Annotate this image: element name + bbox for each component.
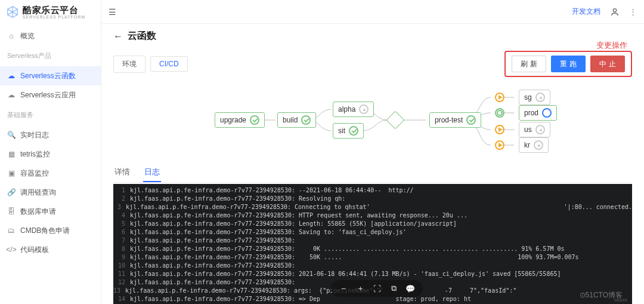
sidebar-item-container[interactable]: ▣容器监控 xyxy=(0,164,101,183)
log-line: 2kjl.faas.api.p.fe-infra.demo-r7v77-2394… xyxy=(113,195,632,203)
log-line: 4kjl.faas.api.p.fe-infra.demo-r7v77-2394… xyxy=(113,211,632,220)
abort-button[interactable]: 中止 xyxy=(590,56,625,72)
node-upgrade[interactable]: upgrade xyxy=(215,112,265,128)
zoom-out-icon[interactable]: − xyxy=(338,283,349,294)
sidebar-item-cmdb[interactable]: 🗂CMDB角色申请 xyxy=(0,221,101,240)
comment-icon[interactable]: 💬 xyxy=(405,283,416,294)
sidebar-item-tetris[interactable]: ▦tetris监控 xyxy=(0,145,101,164)
log-line: 6kjl.faas.api.p.fe-infra.demo-r7v77-2394… xyxy=(113,228,632,237)
logo-area: 酷家乐云平台 SERVERLESS PLATFORM xyxy=(0,0,101,23)
refresh-button[interactable]: 刷新 xyxy=(512,56,546,72)
log-line: 1kjl.faas.api.p.fe-infra.demo-r7v77-2394… xyxy=(113,186,632,195)
more-icon[interactable]: ⋮ xyxy=(629,7,637,16)
status-success-icon xyxy=(349,126,358,136)
sidebar-item-tmpl[interactable]: </>代码模板 xyxy=(0,240,101,259)
status-play-icon[interactable] xyxy=(495,140,504,150)
change-ops-label: 变更操作 xyxy=(596,40,627,51)
logo-icon xyxy=(6,5,19,19)
log-line: 8kjl.faas.api.p.fe-infra.demo-r7v77-2394… xyxy=(113,245,632,253)
tab-cicd[interactable]: CI/CD xyxy=(150,56,188,72)
sidebar-section-serverless: Serverless产品 xyxy=(0,45,101,63)
watermark-id: 98848 xyxy=(614,297,627,303)
status-idle-icon xyxy=(535,125,545,134)
user-icon[interactable] xyxy=(610,7,620,17)
detail-tab-detail[interactable]: 详情 xyxy=(113,163,131,182)
function-icon: ☁ xyxy=(7,72,16,80)
sidebar-item-fn[interactable]: ☁Serverless云函数 xyxy=(0,66,101,85)
page-title: 云函数 xyxy=(128,30,156,42)
svg-point-4 xyxy=(613,8,616,11)
role-icon: 🗂 xyxy=(7,226,16,235)
search-icon: 🔍 xyxy=(7,131,16,139)
node-us[interactable]: us xyxy=(519,122,550,137)
rerun-button[interactable]: 重跑 xyxy=(551,56,586,72)
node-build[interactable]: build xyxy=(277,112,316,128)
header: ☰ 开发文档 ⋮ xyxy=(101,0,644,24)
node-prod[interactable]: prod xyxy=(519,105,557,121)
sidebar-item-chain[interactable]: 🔗调用链查询 xyxy=(0,183,101,202)
detail-tab-log[interactable]: 日志 xyxy=(143,163,161,182)
back-button[interactable]: ← xyxy=(113,31,123,42)
docs-link[interactable]: 开发文档 xyxy=(572,7,600,17)
log-line: 3kjl.faas.api.p.fe-infra.demo-r7v77-2394… xyxy=(113,203,632,211)
log-line: 11kjl.faas.api.p.fe-infra.demo-r7v77-239… xyxy=(113,270,632,278)
cube-icon: ▣ xyxy=(7,169,16,177)
fullscreen-icon[interactable]: ⛶ xyxy=(371,283,382,294)
status-play-icon[interactable] xyxy=(495,125,504,134)
sidebar: 酷家乐云平台 SERVERLESS PLATFORM ⌂概览 Serverles… xyxy=(0,0,101,304)
tab-env[interactable]: 环境 xyxy=(113,56,145,73)
terminal-toolbar: − ＋ ⛶ ⧉ 💬 xyxy=(331,280,423,297)
link-icon: 🔗 xyxy=(7,188,16,196)
sidebar-item-db[interactable]: 🗄数据库申请 xyxy=(0,202,101,221)
status-play-icon[interactable] xyxy=(495,93,504,102)
log-line: 9kjl.faas.api.p.fe-infra.demo-r7v77-2394… xyxy=(113,253,632,262)
logo-subtext: SERVERLESS PLATFORM xyxy=(23,15,85,19)
sidebar-item-app[interactable]: ☁Serverless云应用 xyxy=(0,85,101,105)
grid-icon: ▦ xyxy=(7,150,16,158)
node-prodtest[interactable]: prod-test xyxy=(429,112,481,128)
status-running-icon xyxy=(542,108,552,118)
status-success-icon xyxy=(301,115,311,125)
change-ops-panel: 变更操作 刷新 重跑 中止 xyxy=(504,51,632,77)
home-icon: ⌂ xyxy=(7,32,16,40)
sidebar-item-log[interactable]: 🔍实时日志 xyxy=(0,125,101,145)
status-success-icon xyxy=(466,115,476,125)
sidebar-item-overview[interactable]: ⌂概览 xyxy=(0,26,101,45)
code-icon: </> xyxy=(7,245,16,254)
app-icon: ☁ xyxy=(7,91,16,99)
node-sg[interactable]: sg xyxy=(519,90,550,105)
log-line: 7kjl.faas.api.p.fe-infra.demo-r7v77-2394… xyxy=(113,237,632,245)
node-kr[interactable]: kr xyxy=(519,137,549,153)
status-idle-icon xyxy=(535,93,545,102)
log-line: 5kjl.faas.api.p.fe-infra.demo-r7v77-2394… xyxy=(113,220,632,228)
log-line: 10kjl.faas.api.p.fe-infra.demo-r7v77-239… xyxy=(113,262,632,270)
copy-icon[interactable]: ⧉ xyxy=(388,283,399,294)
sidebar-section-base: 基础服务 xyxy=(0,105,101,122)
zoom-in-icon[interactable]: ＋ xyxy=(355,283,366,294)
pipeline-graph: upgrade build alpha sit prod-test sg pro… xyxy=(113,85,632,157)
node-sit[interactable]: sit xyxy=(333,123,364,139)
status-success-icon xyxy=(250,115,259,125)
menu-toggle-icon[interactable]: ☰ xyxy=(109,7,116,17)
status-running-icon xyxy=(495,108,504,118)
status-idle-icon xyxy=(534,140,543,150)
node-alpha[interactable]: alpha xyxy=(333,102,374,117)
database-icon: 🗄 xyxy=(7,207,16,216)
status-pending-icon xyxy=(359,105,369,114)
